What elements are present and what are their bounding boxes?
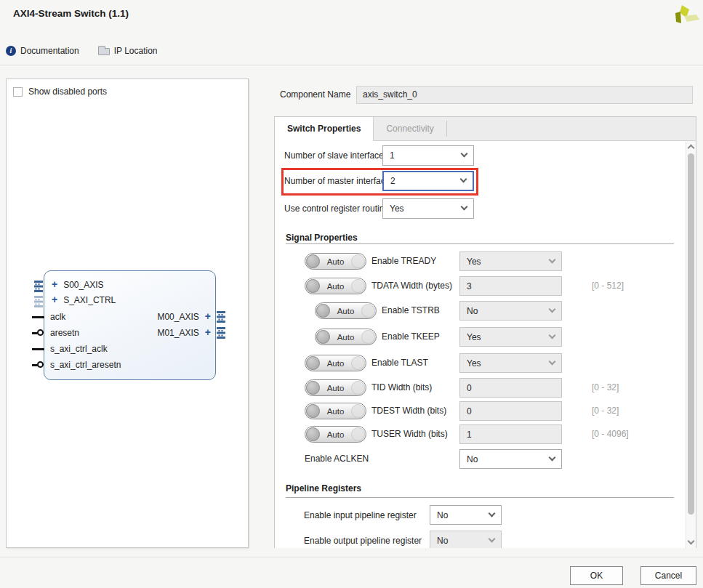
tab-separator <box>446 121 447 137</box>
selected-value: 1 <box>390 150 395 161</box>
section-divider <box>286 497 674 498</box>
tdest-width-input[interactable]: 0 <box>459 401 562 421</box>
tid-width-label: TID Width (bits) <box>371 378 432 398</box>
expand-plus-icon[interactable]: + <box>52 280 57 289</box>
chevron-down-icon <box>460 176 467 183</box>
enable-aclken-row: Enable ACLKEN No <box>275 449 686 469</box>
enable-tkeep-row: Auto Enable TKEEP Yes <box>275 327 686 347</box>
tuser-width-input[interactable]: 1 <box>459 424 562 444</box>
cancel-button[interactable]: Cancel <box>640 566 696 585</box>
scroll-down-icon[interactable] <box>688 538 695 545</box>
input-pipeline-row: Enable input pipeline register No <box>275 505 686 525</box>
selected-value: No <box>437 536 448 546</box>
ip-location-button[interactable]: IP Location <box>98 46 158 56</box>
port-label: aclk <box>50 312 65 322</box>
selected-value: Yes <box>467 257 481 267</box>
clock-pin-stub <box>32 348 44 350</box>
port-label: s_axi_ctrl_aresetn <box>50 360 121 370</box>
enable-tlast-label: Enable TLAST <box>371 353 428 373</box>
enable-aclken-select[interactable]: No <box>459 449 562 469</box>
scroll-up-icon[interactable] <box>688 145 695 152</box>
tab-switch-properties[interactable]: Switch Properties <box>275 117 374 142</box>
expand-plus-icon[interactable]: + <box>205 328 211 337</box>
vertical-scrollbar[interactable] <box>686 141 696 548</box>
master-interfaces-label: Number of master interfaces <box>284 171 394 191</box>
footer-divider <box>0 557 703 557</box>
bus-interface-icon <box>34 281 43 292</box>
section-divider <box>286 243 674 244</box>
chevron-down-icon <box>549 305 556 313</box>
tid-width-range: [0 - 32] <box>592 378 619 398</box>
selected-value: Yes <box>467 332 481 342</box>
tuser-width-label: TUSER Width (bits) <box>371 424 448 444</box>
control-register-routing-label: Use control register routing <box>284 198 389 219</box>
auto-toggle[interactable]: Auto <box>305 379 366 396</box>
toggle-knob-ghost <box>351 404 365 418</box>
dialog-toolbar: i Documentation IP Location <box>6 44 158 57</box>
auto-toggle[interactable]: Auto <box>305 426 366 443</box>
selected-value: 2 <box>390 176 395 186</box>
auto-toggle[interactable]: Auto <box>305 355 366 371</box>
auto-toggle[interactable]: Auto <box>305 403 366 419</box>
ok-button[interactable]: OK <box>570 566 623 585</box>
tdest-width-row: Auto TDEST Width (bits) 0 [0 - 32] <box>275 401 686 421</box>
documentation-button[interactable]: i Documentation <box>6 46 79 56</box>
auto-toggle[interactable]: Auto <box>315 302 377 319</box>
show-disabled-ports-checkbox[interactable] <box>13 87 23 97</box>
chevron-down-icon <box>549 454 556 461</box>
auto-toggle[interactable]: Auto <box>305 278 366 294</box>
ip-location-label: IP Location <box>114 46 158 56</box>
master-interfaces-select[interactable]: 2 <box>382 171 474 191</box>
tdata-width-input[interactable]: 3 <box>459 276 562 296</box>
control-register-routing-row: Use control register routing Yes <box>275 198 686 219</box>
tdest-width-range: [0 - 32] <box>592 401 619 421</box>
output-pipeline-select[interactable]: No <box>430 531 502 548</box>
port-label: s_axi_ctrl_aclk <box>50 344 108 354</box>
tuser-width-row: Auto TUSER Width (bits) 1 [0 - 4096] <box>275 424 686 444</box>
enable-tready-label: Enable TREADY <box>371 251 436 271</box>
signal-properties-heading: Signal Properties <box>286 233 358 243</box>
scrollbar-thumb[interactable] <box>688 153 694 515</box>
folder-icon <box>98 48 110 55</box>
port-label: M00_AXIS <box>157 312 198 322</box>
port-label: S_AXI_CTRL <box>63 295 116 305</box>
tdest-width-label: TDEST Width (bits) <box>371 401 446 421</box>
input-pipeline-select[interactable]: No <box>430 505 502 525</box>
show-disabled-ports-row: Show disabled ports <box>13 86 107 97</box>
slave-interfaces-select[interactable]: 1 <box>382 145 474 166</box>
toggle-knob-ghost <box>361 304 375 318</box>
selected-value: No <box>437 510 448 520</box>
tid-width-input[interactable]: 0 <box>459 378 562 398</box>
tab-connectivity[interactable]: Connectivity <box>374 117 446 141</box>
control-register-routing-select[interactable]: Yes <box>382 198 474 219</box>
tdata-width-label: TDATA Width (bytes) <box>371 276 452 296</box>
enable-tkeep-select[interactable]: Yes <box>459 327 562 347</box>
selected-value: Yes <box>467 358 481 368</box>
auto-toggle[interactable]: Auto <box>315 329 377 345</box>
enable-tready-select[interactable]: Yes <box>459 251 562 271</box>
documentation-label: Documentation <box>20 46 79 56</box>
output-pipeline-label: Enable output pipeline register <box>304 531 422 548</box>
enable-tlast-select[interactable]: Yes <box>459 353 562 373</box>
selected-value: Yes <box>390 204 404 214</box>
expand-plus-icon[interactable]: + <box>52 295 57 305</box>
port-label: aresetn <box>50 328 79 338</box>
chevron-down-icon <box>549 358 556 365</box>
expand-plus-icon[interactable]: + <box>205 312 211 321</box>
block-diagram-panel: Show disabled ports +S00_AXIS +S_AXI_CTR… <box>6 78 249 548</box>
auto-toggle[interactable]: Auto <box>305 253 366 270</box>
port-m00-axis: M00_AXIS+ <box>157 312 211 323</box>
pipeline-registers-heading: Pipeline Registers <box>286 483 361 494</box>
slave-interfaces-row: Number of slave interfaces 1 <box>275 145 686 166</box>
port-aresetn: aresetn <box>50 328 79 339</box>
chevron-down-icon <box>549 331 556 339</box>
ip-customization-dialog: AXI4-Stream Switch (1.1) i Documentation… <box>0 0 703 588</box>
clock-pin-stub <box>32 316 44 318</box>
toggle-knob-ghost <box>361 330 375 344</box>
properties-panel: Switch Properties Connectivity Number of… <box>274 116 696 548</box>
chevron-down-icon <box>549 256 556 263</box>
tid-width-row: Auto TID Width (bits) 0 [0 - 32] <box>275 378 686 398</box>
component-name-input[interactable]: axis_switch_0 <box>356 86 693 104</box>
enable-tkeep-label: Enable TKEEP <box>382 327 440 347</box>
enable-tstrb-select[interactable]: No <box>459 301 562 321</box>
